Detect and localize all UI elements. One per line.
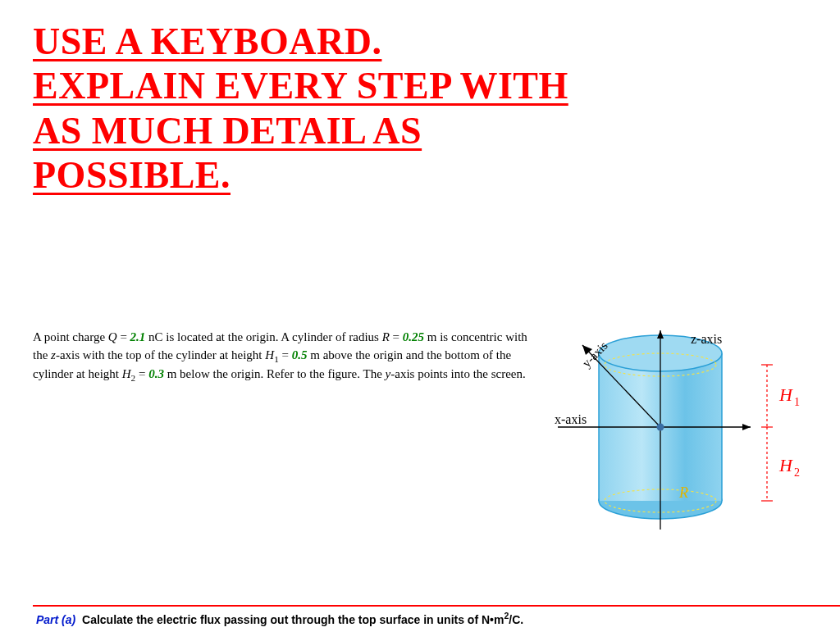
problem-statement: A point charge Q = 2.1 nC is located at …: [33, 329, 533, 384]
headline-line-3: AS MUCH DETAIL AS: [33, 110, 422, 152]
svg-marker-10: [742, 424, 751, 430]
symbol-H2: H: [122, 367, 131, 380]
R-label: R: [678, 484, 688, 501]
H2-sub: 2: [794, 466, 800, 479]
value-H2: 0.3: [148, 367, 164, 380]
z-axis-label: z-axis: [691, 332, 722, 346]
H2-label: H: [778, 455, 793, 475]
headline-line-2: EXPLAIN EVERY STEP WITH: [33, 65, 568, 107]
part-text-tail: /C.: [509, 613, 523, 626]
text: m below the origin. Refer to the figure.…: [164, 367, 386, 380]
value-H1: 0.5: [292, 348, 308, 361]
headline: USE A KEYBOARD. EXPLAIN EVERY STEP WITH …: [33, 20, 807, 198]
text: =: [279, 348, 292, 361]
text: =: [135, 367, 148, 380]
text: =: [390, 330, 403, 343]
headline-line-4: POSSIBLE.: [33, 154, 231, 196]
symbol-R: R: [382, 330, 390, 343]
value-R: 0.25: [403, 330, 424, 343]
text: A point charge: [33, 330, 108, 343]
value-Q: 2.1: [130, 330, 146, 343]
x-axis-label: x-axis: [555, 412, 587, 426]
H1-sub: 1: [794, 396, 800, 408]
part-label: Part (a): [36, 613, 75, 626]
text: nC is located at the origin. A cylinder …: [145, 330, 381, 343]
headline-line-1: USE A KEYBOARD.: [33, 20, 381, 62]
part-text: Calculate the electric flux passing out …: [82, 613, 504, 626]
svg-point-13: [657, 424, 664, 431]
H1-label: H: [778, 384, 793, 405]
text: -axis with the top of the cylinder at he…: [56, 348, 265, 361]
text: -axis points into the screen.: [390, 367, 526, 380]
svg-marker-8: [657, 330, 664, 339]
symbol-H1: H: [265, 348, 274, 361]
symbol-Q: Q: [108, 330, 117, 343]
part-a-line: Part (a) Calculate the electric flux pas…: [36, 611, 523, 626]
text: =: [117, 330, 130, 343]
divider: [33, 605, 840, 607]
cylinder-diagram: z-axis x-axis y-axis R: [550, 329, 804, 534]
